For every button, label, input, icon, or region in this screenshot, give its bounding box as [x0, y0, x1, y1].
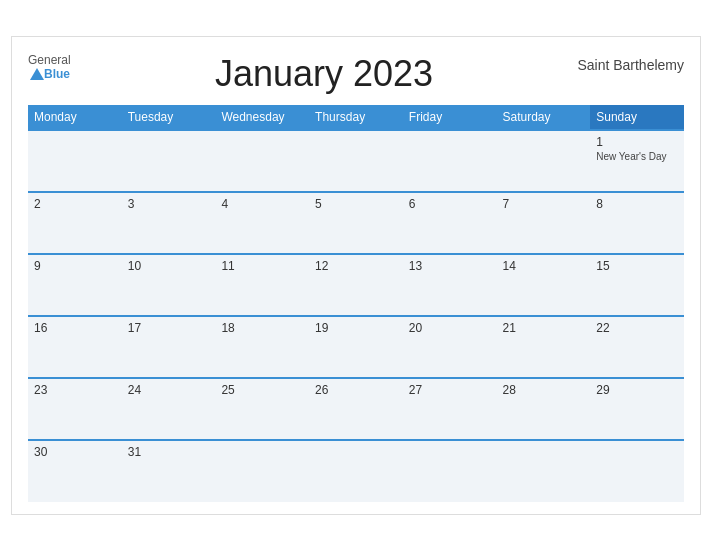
calendar-day-cell: 24 [122, 378, 216, 440]
calendar-day-cell: 14 [497, 254, 591, 316]
calendar-day-cell: 30 [28, 440, 122, 502]
calendar-day-cell: 18 [215, 316, 309, 378]
logo: General Blue [28, 53, 71, 81]
calendar-day-cell: 16 [28, 316, 122, 378]
calendar-day-cell: 22 [590, 316, 684, 378]
day-number: 28 [503, 383, 585, 397]
calendar-day-cell: 27 [403, 378, 497, 440]
calendar-day-cell [497, 440, 591, 502]
day-number: 1 [596, 135, 678, 149]
calendar-week-row: 2345678 [28, 192, 684, 254]
weekday-sunday: Sunday [590, 105, 684, 130]
day-number: 10 [128, 259, 210, 273]
day-number: 3 [128, 197, 210, 211]
day-number: 23 [34, 383, 116, 397]
day-number: 18 [221, 321, 303, 335]
calendar-day-cell [590, 440, 684, 502]
calendar-header: General Blue January 2023 Saint Barthele… [28, 53, 684, 95]
calendar-day-cell: 3 [122, 192, 216, 254]
calendar-day-cell [309, 130, 403, 192]
logo-triangle-icon [30, 68, 44, 80]
day-number: 8 [596, 197, 678, 211]
day-number: 12 [315, 259, 397, 273]
day-number: 21 [503, 321, 585, 335]
day-number: 16 [34, 321, 116, 335]
calendar-day-cell [309, 440, 403, 502]
day-number: 25 [221, 383, 303, 397]
day-number: 19 [315, 321, 397, 335]
calendar-week-row: 9101112131415 [28, 254, 684, 316]
calendar-week-row: 16171819202122 [28, 316, 684, 378]
day-number: 15 [596, 259, 678, 273]
calendar-day-cell: 12 [309, 254, 403, 316]
day-number: 6 [409, 197, 491, 211]
weekday-monday: Monday [28, 105, 122, 130]
calendar-week-row: 1New Year's Day [28, 130, 684, 192]
calendar-day-cell: 29 [590, 378, 684, 440]
calendar-day-cell: 20 [403, 316, 497, 378]
calendar-title: January 2023 [71, 53, 578, 95]
weekday-friday: Friday [403, 105, 497, 130]
calendar-day-cell: 1New Year's Day [590, 130, 684, 192]
calendar-week-row: 3031 [28, 440, 684, 502]
calendar-day-cell [28, 130, 122, 192]
day-number: 2 [34, 197, 116, 211]
calendar-day-cell: 6 [403, 192, 497, 254]
day-number: 4 [221, 197, 303, 211]
calendar-day-cell: 15 [590, 254, 684, 316]
day-number: 13 [409, 259, 491, 273]
day-number: 20 [409, 321, 491, 335]
calendar-day-cell: 5 [309, 192, 403, 254]
calendar-week-row: 23242526272829 [28, 378, 684, 440]
calendar-region: Saint Barthelemy [577, 53, 684, 73]
logo-line: Blue [28, 67, 70, 81]
holiday-name: New Year's Day [596, 151, 678, 162]
calendar-day-cell [122, 130, 216, 192]
day-number: 31 [128, 445, 210, 459]
calendar-day-cell: 26 [309, 378, 403, 440]
calendar-day-cell: 7 [497, 192, 591, 254]
day-number: 30 [34, 445, 116, 459]
calendar-day-cell: 2 [28, 192, 122, 254]
calendar-day-cell: 8 [590, 192, 684, 254]
calendar-day-cell: 17 [122, 316, 216, 378]
day-number: 7 [503, 197, 585, 211]
calendar-day-cell [215, 440, 309, 502]
calendar-day-cell: 4 [215, 192, 309, 254]
calendar-day-cell: 21 [497, 316, 591, 378]
day-number: 14 [503, 259, 585, 273]
calendar-day-cell: 31 [122, 440, 216, 502]
calendar-day-cell [403, 130, 497, 192]
calendar-day-cell: 9 [28, 254, 122, 316]
weekday-saturday: Saturday [497, 105, 591, 130]
day-number: 29 [596, 383, 678, 397]
calendar-day-cell [215, 130, 309, 192]
calendar-day-cell: 23 [28, 378, 122, 440]
day-number: 9 [34, 259, 116, 273]
calendar-day-cell: 11 [215, 254, 309, 316]
weekday-tuesday: Tuesday [122, 105, 216, 130]
day-number: 26 [315, 383, 397, 397]
weekday-thursday: Thursday [309, 105, 403, 130]
calendar-day-cell: 28 [497, 378, 591, 440]
calendar: General Blue January 2023 Saint Barthele… [11, 36, 701, 515]
calendar-day-cell: 19 [309, 316, 403, 378]
logo-blue-text: Blue [44, 67, 70, 81]
day-number: 27 [409, 383, 491, 397]
logo-general-text: General [28, 53, 71, 67]
calendar-day-cell: 13 [403, 254, 497, 316]
weekday-header-row: Monday Tuesday Wednesday Thursday Friday… [28, 105, 684, 130]
calendar-table: Monday Tuesday Wednesday Thursday Friday… [28, 105, 684, 502]
day-number: 17 [128, 321, 210, 335]
calendar-day-cell: 25 [215, 378, 309, 440]
weekday-wednesday: Wednesday [215, 105, 309, 130]
calendar-day-cell [497, 130, 591, 192]
day-number: 22 [596, 321, 678, 335]
day-number: 24 [128, 383, 210, 397]
day-number: 5 [315, 197, 397, 211]
day-number: 11 [221, 259, 303, 273]
calendar-day-cell [403, 440, 497, 502]
calendar-day-cell: 10 [122, 254, 216, 316]
